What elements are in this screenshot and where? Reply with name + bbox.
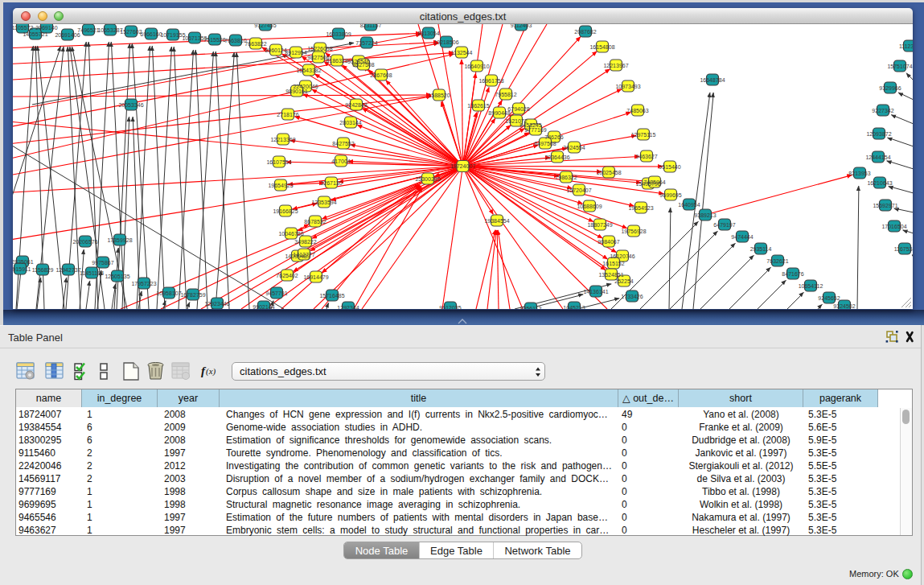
svg-text:8912954: 8912954 [285, 50, 306, 56]
svg-text:15751074: 15751074 [887, 64, 912, 69]
svg-text:9612035: 9612035 [439, 305, 461, 310]
svg-text:12353594: 12353594 [311, 200, 336, 205]
svg-text:8960124: 8960124 [265, 47, 286, 53]
svg-text:9474444: 9474444 [731, 234, 753, 240]
svg-text:9902144: 9902144 [253, 304, 274, 310]
svg-text:15226058: 15226058 [307, 46, 332, 51]
svg-text:6966160: 6966160 [140, 31, 162, 37]
svg-text:16120746: 16120746 [610, 253, 634, 259]
svg-text:9084067: 9084067 [598, 239, 619, 245]
svg-text:20053346: 20053346 [118, 102, 143, 108]
svg-text:9242848: 9242848 [345, 102, 367, 108]
svg-text:1733426: 1733426 [621, 294, 643, 299]
svg-text:6497568: 6497568 [534, 141, 556, 146]
svg-text:1167534: 1167534 [894, 246, 913, 252]
svg-text:2087682: 2087682 [574, 29, 596, 35]
svg-text:12975115: 12975115 [631, 132, 656, 138]
svg-text:16961758: 16961758 [478, 78, 503, 84]
svg-text:10654112: 10654112 [799, 283, 823, 289]
svg-text:10046786: 10046786 [278, 231, 303, 237]
svg-text:3498222: 3498222 [294, 239, 316, 245]
svg-text:12923446: 12923446 [204, 301, 229, 307]
svg-text:9890161: 9890161 [285, 89, 307, 94]
svg-text:8186328: 8186328 [326, 58, 347, 64]
svg-text:1112384: 1112384 [899, 43, 913, 49]
svg-text:16914479: 16914479 [303, 274, 328, 280]
svg-text:7357224: 7357224 [355, 40, 377, 46]
svg-text:18807249: 18807249 [587, 222, 612, 228]
svg-text:25300295: 25300295 [415, 176, 440, 182]
svg-text:12213369: 12213369 [270, 137, 295, 142]
svg-text:18724007: 18724007 [450, 163, 475, 169]
svg-text:17957223: 17957223 [131, 281, 156, 286]
svg-text:8231157: 8231157 [360, 24, 382, 28]
svg-text:10653287: 10653287 [97, 27, 122, 33]
svg-text:12093872: 12093872 [866, 131, 891, 137]
svg-text:2867608: 2867608 [370, 72, 392, 78]
svg-text:12213967: 12213967 [603, 63, 628, 68]
svg-text:19756928: 19756928 [621, 229, 646, 234]
svg-text:9324502: 9324502 [833, 303, 855, 309]
svg-text:9127455: 9127455 [254, 24, 276, 28]
svg-text:7663822: 7663822 [244, 41, 266, 47]
svg-text:9329966: 9329966 [879, 85, 901, 91]
svg-text:16154808: 16154808 [589, 44, 614, 50]
svg-text:9245652: 9245652 [818, 295, 840, 301]
svg-text:8427552: 8427552 [332, 141, 354, 146]
svg-text:16648784: 16648784 [700, 77, 725, 83]
svg-text:8813054: 8813054 [417, 31, 439, 36]
svg-text:8678532: 8678532 [304, 219, 326, 225]
svg-text:16210643: 16210643 [867, 180, 892, 186]
svg-text:1292344: 1292344 [337, 305, 359, 310]
svg-text:1527602: 1527602 [120, 29, 142, 35]
svg-text:14136141: 14136141 [583, 289, 608, 295]
svg-text:1412777: 1412777 [293, 252, 314, 257]
svg-text:19218506: 19218506 [433, 39, 458, 45]
svg-text:10958107: 10958107 [156, 290, 181, 296]
svg-text:16107554: 16107554 [266, 159, 291, 165]
svg-text:7515526: 7515526 [203, 37, 225, 43]
svg-text:9777169: 9777169 [524, 127, 546, 133]
svg-text:1640954: 1640954 [678, 202, 700, 208]
svg-text:17016504: 17016504 [881, 224, 906, 229]
svg-text:2069140: 2069140 [35, 25, 57, 31]
svg-text:19654923: 19654923 [628, 205, 653, 211]
svg-text:8471676: 8471676 [782, 271, 803, 277]
svg-text:6479197: 6479197 [713, 222, 735, 228]
svg-text:9227342: 9227342 [872, 108, 893, 113]
svg-text:9527508: 9527508 [352, 62, 374, 68]
svg-text:8056112: 8056112 [520, 306, 542, 310]
svg-text:9975867: 9975867 [92, 260, 113, 266]
svg-text:12942737: 12942737 [55, 267, 80, 273]
svg-text:1132544: 1132544 [451, 50, 473, 56]
svg-text:1588520: 1588520 [428, 93, 450, 98]
svg-text:7663810: 7663810 [224, 38, 246, 43]
svg-text:20206576: 20206576 [72, 239, 97, 245]
svg-text:19654925: 19654925 [268, 183, 293, 188]
svg-text:7955812: 7955812 [495, 92, 516, 97]
svg-text:19166825: 19166825 [273, 208, 298, 214]
svg-text:12444154: 12444154 [865, 154, 890, 160]
svg-text:6794028: 6794028 [507, 106, 529, 112]
svg-text:2835061: 2835061 [13, 259, 34, 265]
svg-text:9699695: 9699695 [659, 192, 681, 198]
svg-text:7485063: 7485063 [626, 108, 648, 113]
svg-text:9112403: 9112403 [511, 24, 532, 28]
svg-text:20364436: 20364436 [544, 154, 569, 160]
svg-text:9457791: 9457791 [265, 290, 287, 296]
svg-text:15716485: 15716485 [319, 293, 344, 299]
svg-text:417004: 417004 [331, 159, 350, 164]
svg-text:2935114: 2935114 [750, 246, 772, 252]
svg-text:9515440: 9515440 [659, 164, 680, 170]
svg-text:7485964: 7485964 [643, 179, 665, 185]
svg-text:20691406: 20691406 [55, 32, 80, 38]
svg-text:7625402: 7625402 [276, 273, 298, 278]
svg-text:7632621: 7632621 [766, 258, 788, 264]
svg-text:8213953: 8213953 [848, 171, 870, 176]
svg-text:9389213: 9389213 [694, 212, 716, 218]
svg-text:14055721: 14055721 [23, 31, 47, 37]
svg-text:1105572: 1105572 [13, 25, 33, 31]
svg-text:15692971: 15692971 [873, 203, 897, 208]
svg-text:9463627: 9463627 [635, 154, 657, 159]
svg-text:11451194: 11451194 [80, 270, 104, 276]
